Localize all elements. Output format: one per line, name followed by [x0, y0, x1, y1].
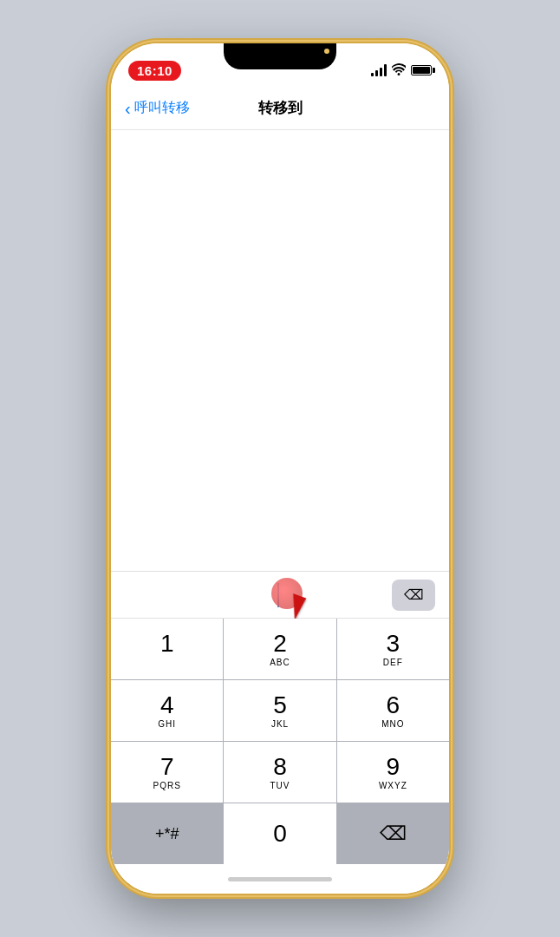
nav-title: 转移到 — [258, 98, 303, 118]
key-9-number: 9 — [387, 755, 400, 779]
home-bar — [228, 877, 332, 881]
keypad: 1 2 ABC 3 DEF 4 GHI — [111, 619, 449, 864]
key-8[interactable]: 8 TUV — [224, 742, 335, 803]
status-icons — [371, 63, 432, 78]
key-2-letters: ABC — [270, 658, 290, 667]
content-area: ⌫ 1 2 ABC 3 DEF — [111, 130, 449, 894]
key-3-number: 3 — [387, 632, 400, 656]
key-4-number: 4 — [160, 693, 174, 717]
delete-icon: ⌫ — [404, 586, 424, 603]
key-7-letters: PQRS — [153, 781, 180, 790]
notch — [224, 43, 336, 69]
key-delete-icon: ⌫ — [380, 824, 407, 843]
key-4-letters: GHI — [158, 719, 176, 729]
key-7-number: 7 — [160, 755, 174, 779]
screen: 16:10 ‹ 呼叫转移 转移到 — [111, 43, 449, 894]
status-time: 16:10 — [128, 61, 181, 81]
key-1-number: 1 — [160, 632, 174, 656]
key-6-letters: MNO — [381, 719, 404, 729]
delete-button[interactable]: ⌫ — [392, 580, 435, 611]
key-0-number: 0 — [273, 822, 287, 846]
key-8-letters: TUV — [270, 781, 290, 790]
key-5[interactable]: 5 JKL — [224, 680, 335, 741]
key-6[interactable]: 6 MNO — [337, 680, 449, 741]
key-9[interactable]: 9 WXYZ — [337, 742, 449, 803]
key-3-letters: DEF — [383, 658, 403, 667]
phone-frame: 16:10 ‹ 呼叫转移 转移到 — [111, 43, 449, 894]
key-6-number: 6 — [387, 693, 400, 717]
key-delete[interactable]: ⌫ — [337, 803, 449, 864]
status-dot — [324, 49, 329, 54]
key-9-letters: WXYZ — [379, 781, 407, 790]
key-2[interactable]: 2 ABC — [224, 619, 335, 679]
back-label: 呼叫转移 — [134, 99, 190, 117]
keypad-grid: 1 2 ABC 3 DEF 4 GHI — [111, 619, 449, 864]
input-display — [111, 130, 449, 571]
key-3[interactable]: 3 DEF — [337, 619, 449, 679]
key-0[interactable]: 0 — [224, 803, 335, 864]
key-5-number: 5 — [273, 693, 287, 717]
back-button[interactable]: ‹ 呼叫转移 — [125, 99, 190, 117]
home-indicator — [111, 864, 449, 894]
key-2-number: 2 — [273, 632, 287, 656]
key-symbols[interactable]: +*# — [111, 803, 223, 864]
nav-bar: ‹ 呼叫转移 转移到 — [111, 87, 449, 130]
cursor-circle — [271, 578, 303, 609]
key-8-number: 8 — [273, 755, 287, 779]
key-4[interactable]: 4 GHI — [111, 680, 223, 741]
cursor-arrow-icon — [285, 593, 307, 621]
input-row[interactable]: ⌫ — [111, 571, 449, 619]
back-chevron-icon: ‹ — [125, 100, 131, 117]
battery-icon — [411, 65, 432, 75]
key-7[interactable]: 7 PQRS — [111, 742, 223, 803]
key-1-letters — [166, 658, 169, 667]
text-cursor — [277, 583, 279, 607]
key-symbols-label: +*# — [155, 826, 179, 842]
key-1[interactable]: 1 — [111, 619, 223, 679]
signal-icon — [371, 64, 387, 76]
wifi-icon — [392, 63, 406, 78]
key-5-letters: JKL — [271, 719, 289, 729]
